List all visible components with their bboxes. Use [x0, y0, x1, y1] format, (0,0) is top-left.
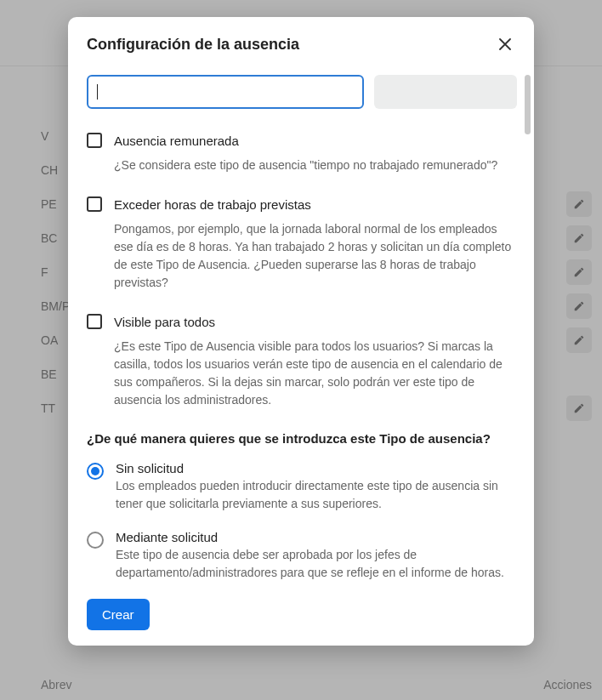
paid-absence-desc: ¿Se considera este tipo de ausencia "tie…: [114, 157, 512, 174]
visible-all-label: Visible para todos: [114, 315, 215, 329]
visible-all-desc: ¿Es este Tipo de Ausencia visible para t…: [114, 338, 512, 409]
paid-absence-checkbox[interactable]: [87, 133, 102, 148]
modal-overlay: Configuración de la ausencia: [0, 0, 602, 700]
text-caret: [97, 84, 98, 100]
absence-settings-modal: Configuración de la ausencia: [68, 17, 534, 646]
modal-body: Ausencia remunerada ¿Se considera este t…: [68, 68, 529, 642]
secondary-field-placeholder[interactable]: [374, 75, 517, 109]
close-icon: [499, 38, 511, 50]
entry-method-question: ¿De qué manera quieres que se introduzca…: [87, 431, 517, 446]
entry-no-request-title: Sin solicitud: [116, 461, 512, 475]
modal-title: Configuración de la ausencia: [87, 36, 299, 54]
close-button[interactable]: [495, 34, 515, 54]
paid-absence-label: Ausencia remunerada: [114, 134, 239, 148]
visible-all-checkbox[interactable]: [87, 314, 102, 329]
create-button[interactable]: Crear: [87, 599, 150, 630]
entry-no-request-desc: Los empleados pueden introducir directam…: [116, 477, 512, 513]
exceed-hours-desc: Pongamos, por ejemplo, que la jornada la…: [114, 220, 512, 292]
exceed-hours-checkbox[interactable]: [87, 196, 102, 212]
absence-name-input[interactable]: [87, 75, 364, 109]
exceed-hours-label: Exceder horas de trabajo previstas: [114, 197, 311, 212]
entry-request-title: Mediante solicitud: [116, 530, 512, 544]
entry-no-request-radio[interactable]: [87, 463, 104, 480]
modal-scrollbar[interactable]: [524, 75, 531, 639]
entry-request-desc: Este tipo de ausencia debe ser aprobada …: [116, 546, 512, 582]
scrollbar-thumb[interactable]: [525, 75, 531, 134]
entry-request-radio[interactable]: [87, 532, 104, 549]
